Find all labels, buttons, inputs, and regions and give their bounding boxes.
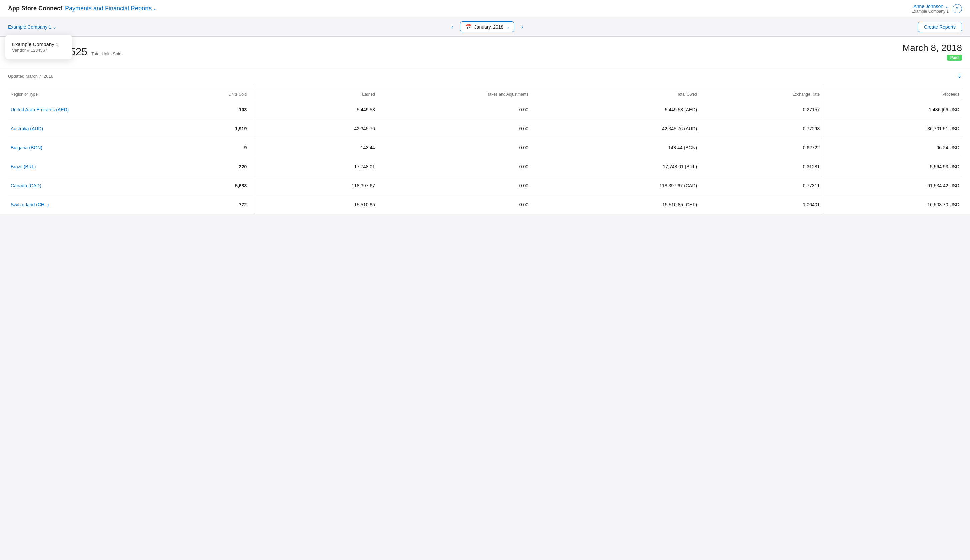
cell-taxes: 0.00 bbox=[378, 119, 531, 138]
cell-units: 320 bbox=[177, 157, 253, 176]
col-header-region bbox=[8, 84, 177, 89]
cell-exchange: 0.77298 bbox=[700, 119, 822, 138]
company-selector-label: Example Company 1 bbox=[8, 24, 51, 30]
table-header bbox=[8, 84, 962, 89]
col-header-exchange bbox=[700, 84, 822, 89]
col-header-owed bbox=[531, 84, 700, 89]
download-icon[interactable]: ⇓ bbox=[957, 72, 962, 80]
cell-earned: 118,397.67 bbox=[255, 176, 378, 195]
cell-exchange: 0.77311 bbox=[700, 176, 822, 195]
cell-owed: 118,397.67 (CAD) bbox=[531, 176, 700, 195]
calendar-icon: 📅 bbox=[465, 24, 472, 30]
company-dropdown: Example Company 1 Vendor # 1234567 bbox=[5, 35, 72, 59]
cell-proceeds: 36,701.51 USD bbox=[824, 119, 962, 138]
cell-proceeds: 16,503.70 USD bbox=[824, 195, 962, 214]
updated-label: Updated March 7, 2018 bbox=[8, 74, 53, 79]
cell-region[interactable]: Bulgaria (BGN) bbox=[8, 138, 177, 157]
col-header-units bbox=[177, 84, 253, 89]
cell-taxes: 0.00 bbox=[378, 195, 531, 214]
table-row: Australia (AUD) 1,919 42,345.76 0.00 42,… bbox=[8, 119, 962, 138]
cell-owed: 17,748.01 (BRL) bbox=[531, 157, 700, 176]
col-label-region: Region or Type bbox=[8, 89, 177, 100]
col-label-owed: Total Owed bbox=[531, 89, 700, 100]
cell-proceeds: 5,564.93 USD bbox=[824, 157, 962, 176]
cell-region[interactable]: Switzerland (CHF) bbox=[8, 195, 177, 214]
create-reports-button[interactable]: Create Reports bbox=[918, 22, 962, 32]
date-chevron-icon: ⌄ bbox=[506, 25, 509, 29]
cell-owed: 42,345.76 (AUD) bbox=[531, 119, 700, 138]
prev-month-button[interactable]: ‹ bbox=[449, 22, 456, 32]
cell-taxes: 0.00 bbox=[378, 157, 531, 176]
cell-region[interactable]: Brazil (BRL) bbox=[8, 157, 177, 176]
company-name: Example Company 1 bbox=[912, 9, 949, 14]
table-row: Canada (CAD) 5,683 118,397.67 0.00 118,3… bbox=[8, 176, 962, 195]
col-label-units: Units Sold bbox=[177, 89, 253, 100]
col-label-taxes: Taxes and Adjustments bbox=[378, 89, 531, 100]
summary-right: March 8, 2018 Paid bbox=[902, 43, 962, 61]
main-header: App Store Connect Payments and Financial… bbox=[0, 0, 970, 17]
cell-region[interactable]: United Arab Emirates (AED) bbox=[8, 100, 177, 119]
paid-badge: Paid bbox=[947, 55, 962, 61]
summary-date: March 8, 2018 bbox=[902, 43, 962, 53]
col-header-earned bbox=[255, 84, 378, 89]
user-name[interactable]: Anne Johnson ⌄ bbox=[912, 4, 949, 9]
cell-units: 103 bbox=[177, 100, 253, 119]
col-label-exchange: Exchange Rate bbox=[700, 89, 822, 100]
header-right: Anne Johnson ⌄ Example Company 1 ? bbox=[912, 4, 962, 14]
cell-earned: 17,748.01 bbox=[255, 157, 378, 176]
cell-owed: 143.44 (BGN) bbox=[531, 138, 700, 157]
cell-owed: 5,449.58 (AED) bbox=[531, 100, 700, 119]
cell-units: 9 bbox=[177, 138, 253, 157]
col-header-taxes bbox=[378, 84, 531, 89]
cell-earned: 5,449.58 bbox=[255, 100, 378, 119]
page-title[interactable]: Payments and Financial Reports ⌄ bbox=[65, 5, 156, 12]
cell-proceeds: 91,534.42 USD bbox=[824, 176, 962, 195]
cell-region[interactable]: Canada (CAD) bbox=[8, 176, 177, 195]
date-navigation: ‹ 📅 January, 2018 ⌄ › bbox=[449, 21, 526, 32]
user-chevron-icon: ⌄ bbox=[945, 4, 949, 9]
cell-exchange: 0.27157 bbox=[700, 100, 822, 119]
table-meta: Updated March 7, 2018 ⇓ bbox=[8, 67, 962, 84]
cell-taxes: 0.00 bbox=[378, 138, 531, 157]
cell-earned: 15,510.85 bbox=[255, 195, 378, 214]
cell-taxes: 0.00 bbox=[378, 100, 531, 119]
financial-table: Region or Type Units Sold Earned Taxes a… bbox=[8, 84, 962, 214]
col-label-earned: Earned bbox=[255, 89, 378, 100]
table-row: Switzerland (CHF) 772 15,510.85 0.00 15,… bbox=[8, 195, 962, 214]
date-selector[interactable]: 📅 January, 2018 ⌄ bbox=[460, 21, 515, 32]
table-section: Updated March 7, 2018 ⇓ Region or Type U… bbox=[0, 67, 970, 214]
table-col-labels: Region or Type Units Sold Earned Taxes a… bbox=[8, 89, 962, 100]
dropdown-vendor-number: Vendor # 1234567 bbox=[12, 48, 65, 53]
dropdown-company-item[interactable]: Example Company 1 Vendor # 1234567 bbox=[12, 40, 65, 54]
cell-owed: 15,510.85 (CHF) bbox=[531, 195, 700, 214]
cell-units: 1,919 bbox=[177, 119, 253, 138]
cell-exchange: 1.06401 bbox=[700, 195, 822, 214]
help-icon: ? bbox=[956, 6, 959, 11]
summary-units-label: Total Units Sold bbox=[91, 51, 121, 56]
cell-units: 772 bbox=[177, 195, 253, 214]
company-selector[interactable]: Example Company 1 ⌄ bbox=[8, 24, 57, 30]
col-header-proceeds bbox=[824, 84, 962, 89]
cell-region[interactable]: Australia (AUD) bbox=[8, 119, 177, 138]
cell-units: 5,683 bbox=[177, 176, 253, 195]
cell-proceeds: 96.24 USD bbox=[824, 138, 962, 157]
col-label-proceeds: Proceeds bbox=[824, 89, 962, 100]
cell-earned: 143.44 bbox=[255, 138, 378, 157]
help-button[interactable]: ? bbox=[953, 4, 962, 13]
company-selector-chevron-icon: ⌄ bbox=[53, 24, 57, 30]
cell-exchange: 0.62722 bbox=[700, 138, 822, 157]
cell-proceeds: 1,486 |66 USD bbox=[824, 100, 962, 119]
toolbar: Example Company 1 ⌄ Example Company 1 Ve… bbox=[0, 17, 970, 37]
table-body: United Arab Emirates (AED) 103 5,449.58 … bbox=[8, 100, 962, 214]
table-row: Brazil (BRL) 320 17,748.01 0.00 17,748.0… bbox=[8, 157, 962, 176]
cell-exchange: 0.31281 bbox=[700, 157, 822, 176]
summary-bar: EXAMPLE BANK 1 •• 32325 ,525 Total Units… bbox=[0, 37, 970, 67]
next-month-button[interactable]: › bbox=[518, 22, 526, 32]
cell-taxes: 0.00 bbox=[378, 176, 531, 195]
cell-earned: 42,345.76 bbox=[255, 119, 378, 138]
table-row: United Arab Emirates (AED) 103 5,449.58 … bbox=[8, 100, 962, 119]
dropdown-company-name: Example Company 1 bbox=[12, 41, 65, 47]
page-title-text: Payments and Financial Reports bbox=[65, 5, 152, 12]
page-title-chevron-icon: ⌄ bbox=[153, 6, 156, 11]
app-store-connect-title: App Store Connect bbox=[8, 5, 62, 12]
